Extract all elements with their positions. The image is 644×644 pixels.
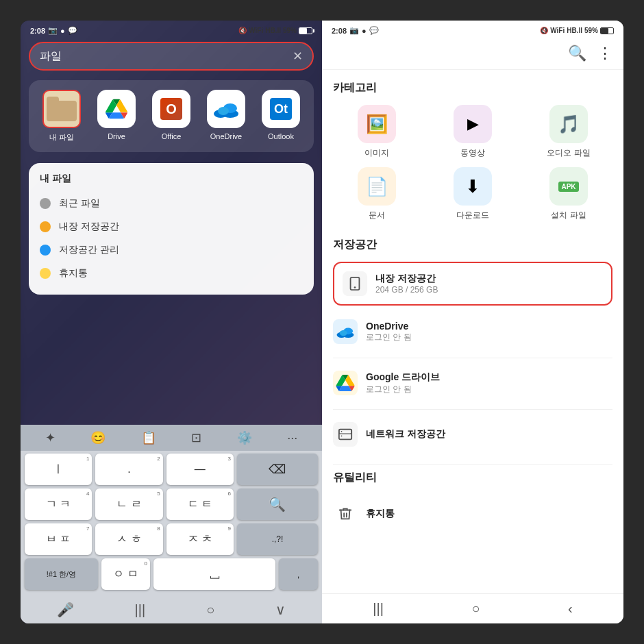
onedrive-svg-icon — [214, 100, 238, 118]
key-dot[interactable]: 2. — [95, 454, 162, 485]
category-item-audio[interactable]: 🎵 오디오 파일 — [525, 105, 612, 159]
app-item-my-files[interactable]: 내 파일 — [42, 90, 81, 143]
status-photo-icon: 📷 — [48, 26, 58, 35]
divider-3 — [333, 465, 612, 465]
key-gk[interactable]: 4ㄱ ㅋ — [25, 488, 92, 520]
key-dt[interactable]: 6ㄷ ㅌ — [166, 488, 234, 520]
search-bar[interactable]: 파일 ✕ — [29, 42, 314, 71]
menu-item-trash[interactable]: 휴지통 — [40, 262, 303, 285]
key-dash[interactable]: 3— — [166, 454, 234, 485]
home-btn[interactable]: ○ — [206, 602, 214, 618]
mic-icon[interactable]: 🎤 — [57, 602, 74, 618]
home-gesture-left[interactable]: ||| — [135, 602, 146, 618]
right-status-chat-icon: 💬 — [369, 26, 379, 35]
key-row-4: !#1 한/영 0ㅇ ㅁ ⎵ , — [25, 558, 318, 590]
svg-point-12 — [341, 431, 343, 432]
toolbar-clipboard-icon[interactable]: 📋 — [141, 430, 156, 445]
network-storage-name: 네트워크 저장공간 — [366, 428, 612, 441]
menu-label-storage-mgmt: 저장공간 관리 — [59, 244, 119, 256]
toolbar-emoji-icon[interactable]: 😊 — [90, 430, 106, 445]
svg-point-13 — [341, 435, 343, 436]
outlook-icon-wrap: Ot — [262, 90, 300, 128]
left-bottom-nav: 🎤 ||| ○ ∨ — [21, 596, 322, 623]
search-button[interactable]: 🔍 — [568, 45, 586, 62]
left-status-bar: 2:08 📷 ● 💬 🔇 WiFi HB.ll 59% — [21, 21, 322, 38]
onedrive-storage-details: OneDrive 로그인 안 됨 — [366, 321, 612, 343]
menu-item-recent[interactable]: 최근 파일 — [40, 192, 303, 215]
categories-title: 카테고리 — [333, 81, 612, 95]
menu-item-storage-mgmt[interactable]: 저장공간 관리 — [40, 238, 303, 262]
category-item-install[interactable]: APK 설치 파일 — [525, 167, 612, 221]
app-item-onedrive[interactable]: OneDrive — [207, 90, 245, 143]
right-nav-back[interactable]: ‹ — [568, 601, 573, 617]
install-icon-wrap: APK — [549, 167, 588, 206]
category-item-image[interactable]: 🖼️ 이미지 — [333, 105, 421, 159]
more-options-button[interactable]: ⋮ — [597, 45, 612, 62]
key-search[interactable]: 🔍 — [237, 488, 318, 520]
network-storage-icon — [333, 422, 358, 447]
left-content: 2:08 📷 ● 💬 🔇 WiFi HB.ll 59% — [21, 21, 322, 623]
search-close-icon[interactable]: ✕ — [293, 49, 303, 64]
key-1[interactable]: 1ㅣ — [25, 454, 92, 485]
app-item-drive[interactable]: Drive — [97, 90, 136, 143]
toolbar-magic-icon[interactable]: ✦ — [45, 430, 55, 445]
keys-section: 1ㅣ 2. 3— ⌫ 4ㄱ ㅋ — [21, 451, 322, 596]
phones-container: 2:08 📷 ● 💬 🔇 WiFi HB.ll 59% — [21, 21, 623, 623]
category-item-video[interactable]: ▶ 동영상 — [429, 105, 517, 159]
key-jc[interactable]: 9ㅈ ㅊ — [166, 523, 234, 555]
svg-point-9 — [340, 330, 347, 336]
storage-item-onedrive[interactable]: OneDrive 로그인 안 됨 — [333, 312, 612, 351]
storage-item-gdrive[interactable]: Google 드라이브 로그인 안 됨 — [333, 364, 612, 402]
gdrive-storage-sub: 로그인 안 됨 — [366, 384, 612, 395]
toolbar-more-icon[interactable]: ··· — [287, 431, 297, 445]
key-num[interactable]: !#1 한/영 — [25, 558, 98, 590]
right-nav-recents[interactable]: ||| — [373, 601, 384, 617]
download-icon-wrap: ⬇ — [454, 167, 492, 206]
my-files-icon-wrap — [42, 90, 81, 128]
apk-badge: APK — [558, 182, 578, 192]
toolbar-paste-icon[interactable]: ⊡ — [191, 430, 201, 445]
key-bp[interactable]: 7ㅂ ㅍ — [25, 523, 92, 555]
key-om[interactable]: 0ㅇ ㅁ — [101, 558, 150, 590]
phone-icon — [347, 276, 362, 291]
key-backspace[interactable]: ⌫ — [237, 454, 318, 485]
gdrive-storage-icon — [333, 371, 358, 395]
app-item-outlook[interactable]: Ot Outlook — [262, 90, 300, 143]
doc-icon-wrap: 📄 — [358, 167, 396, 206]
key-comma[interactable]: , — [279, 558, 318, 590]
gdrive-storage-svg — [336, 375, 355, 391]
toolbar-settings-icon[interactable]: ⚙️ — [237, 430, 252, 445]
internal-storage-icon — [343, 271, 367, 296]
storage-title: 저장공간 — [333, 238, 612, 252]
menu-item-internal[interactable]: 내장 저장공간 — [40, 215, 303, 238]
app-item-office[interactable]: O Office — [152, 90, 190, 143]
search-text: 파일 — [40, 49, 287, 64]
category-item-doc[interactable]: 📄 문서 — [333, 167, 421, 221]
back-btn[interactable]: ∨ — [275, 602, 286, 618]
key-space[interactable]: ⎵ — [153, 558, 275, 590]
app-label-onedrive: OneDrive — [210, 132, 242, 140]
right-wifi-icon: WiFi — [550, 27, 565, 34]
right-content: 카테고리 🖼️ 이미지 ▶ 동영상 🎵 오디오 파일 📄 문서 — [322, 70, 623, 593]
category-item-download[interactable]: ⬇ 다운로드 — [429, 167, 517, 221]
office-icon-inner: O — [160, 98, 182, 120]
menu-label-recent: 최근 파일 — [59, 197, 100, 210]
key-nl[interactable]: 5ㄴ ㄹ — [95, 488, 162, 520]
onedrive-storage-sub: 로그인 안 됨 — [366, 332, 612, 343]
divider-1 — [333, 358, 612, 358]
signal-icon: HB.ll — [265, 27, 281, 34]
storage-item-network[interactable]: 네트워크 저장공간 — [333, 415, 612, 454]
storage-item-internal[interactable]: 내장 저장공간 204 GB / 256 GB — [333, 262, 612, 306]
office-icon-wrap: O — [152, 90, 190, 128]
internal-icon — [40, 221, 51, 232]
status-dot-icon: ● — [60, 27, 65, 35]
svg-rect-10 — [339, 430, 351, 440]
onedrive-storage-icon — [333, 319, 358, 344]
right-battery-icon — [600, 27, 614, 34]
utility-item-trash[interactable]: 휴지통 — [333, 495, 612, 533]
right-nav-home[interactable]: ○ — [471, 601, 480, 617]
key-sh[interactable]: 8ㅅ ㅎ — [95, 523, 162, 555]
folder-icon — [47, 97, 77, 121]
key-punct[interactable]: .,?! — [237, 523, 318, 555]
right-status-bar: 2:08 📷 ● 💬 🔇 WiFi HB.ll 59% — [322, 21, 623, 38]
